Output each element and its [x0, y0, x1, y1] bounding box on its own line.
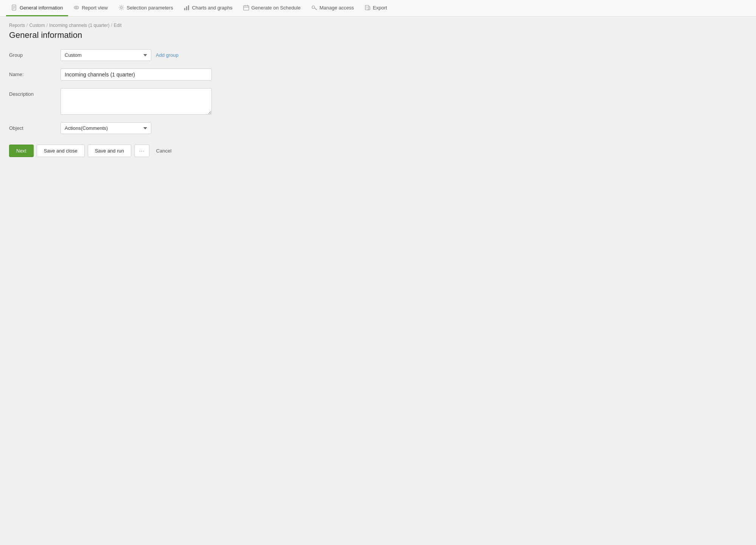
svg-point-6	[120, 7, 122, 9]
object-label: Object	[9, 122, 54, 131]
breadcrumb-reports[interactable]: Reports	[9, 23, 25, 28]
main-content: Reports / Custom / Incoming channels (1 …	[0, 17, 340, 163]
nav-export[interactable]: Export	[359, 0, 393, 16]
breadcrumb-edit: Edit	[114, 23, 122, 28]
description-label: Description	[9, 88, 54, 97]
svg-point-5	[76, 7, 77, 8]
group-label: Group	[9, 49, 54, 58]
object-select[interactable]: Actions(Comments) Contacts Deals Tasks	[61, 122, 151, 134]
next-button[interactable]: Next	[9, 145, 34, 157]
description-textarea[interactable]	[61, 88, 212, 115]
name-label: Name:	[9, 69, 54, 77]
nav-manage-access-label: Manage access	[320, 5, 354, 11]
svg-rect-8	[186, 6, 187, 10]
breadcrumb-report-name[interactable]: Incoming channels (1 quarter)	[49, 23, 109, 28]
description-row: Description	[9, 88, 331, 115]
name-row: Name:	[9, 69, 331, 81]
nav-generate-on-schedule-label: Generate on Schedule	[251, 5, 301, 11]
object-control-group: Actions(Comments) Contacts Deals Tasks	[61, 122, 331, 134]
object-row: Object Actions(Comments) Contacts Deals …	[9, 122, 331, 134]
svg-rect-17	[365, 5, 369, 10]
add-group-link[interactable]: Add group	[156, 52, 179, 58]
nav-charts-and-graphs[interactable]: Charts and graphs	[179, 0, 238, 16]
breadcrumb-custom[interactable]: Custom	[29, 23, 45, 28]
save-run-button[interactable]: Save and run	[88, 145, 131, 157]
cancel-button[interactable]: Cancel	[152, 145, 175, 157]
breadcrumb-sep-3: /	[111, 23, 112, 28]
breadcrumb: Reports / Custom / Incoming channels (1 …	[9, 23, 331, 28]
nav-charts-and-graphs-label: Charts and graphs	[192, 5, 233, 11]
breadcrumb-sep-1: /	[26, 23, 28, 28]
group-row: Group Custom Default Other Add group	[9, 49, 331, 61]
nav-generate-on-schedule[interactable]: Generate on Schedule	[238, 0, 306, 16]
svg-point-4	[74, 6, 79, 9]
nav-selection-parameters[interactable]: Selection parameters	[113, 0, 179, 16]
nav-selection-parameters-label: Selection parameters	[127, 5, 173, 11]
nav-export-label: Export	[373, 5, 387, 11]
save-close-button[interactable]: Save and close	[37, 145, 85, 157]
group-select[interactable]: Custom Default Other	[61, 49, 151, 61]
eye-icon	[73, 5, 79, 11]
svg-rect-7	[184, 8, 185, 10]
svg-rect-9	[188, 5, 189, 10]
calendar-icon	[243, 5, 249, 11]
export-icon	[365, 5, 371, 11]
chart-icon	[184, 5, 190, 11]
group-control-group: Custom Default Other Add group	[61, 49, 331, 61]
breadcrumb-sep-2: /	[47, 23, 48, 28]
key-icon	[311, 5, 317, 11]
svg-point-14	[312, 6, 315, 9]
document-icon	[11, 5, 17, 11]
nav-general-information-label: General information	[20, 5, 63, 11]
action-row: Next Save and close Save and run ··· Can…	[9, 145, 331, 157]
nav-report-view-label: Report view	[82, 5, 108, 11]
gear-icon	[118, 5, 124, 11]
nav-report-view[interactable]: Report view	[68, 0, 113, 16]
page-title: General information	[9, 30, 331, 40]
svg-rect-10	[244, 6, 249, 10]
nav-general-information[interactable]: General information	[6, 0, 68, 16]
description-control-group	[61, 88, 331, 115]
more-button[interactable]: ···	[134, 145, 149, 157]
name-control-group	[61, 69, 331, 81]
nav-manage-access[interactable]: Manage access	[306, 0, 359, 16]
top-navigation: General information Report view Selectio…	[0, 0, 756, 17]
name-input[interactable]	[61, 69, 212, 81]
